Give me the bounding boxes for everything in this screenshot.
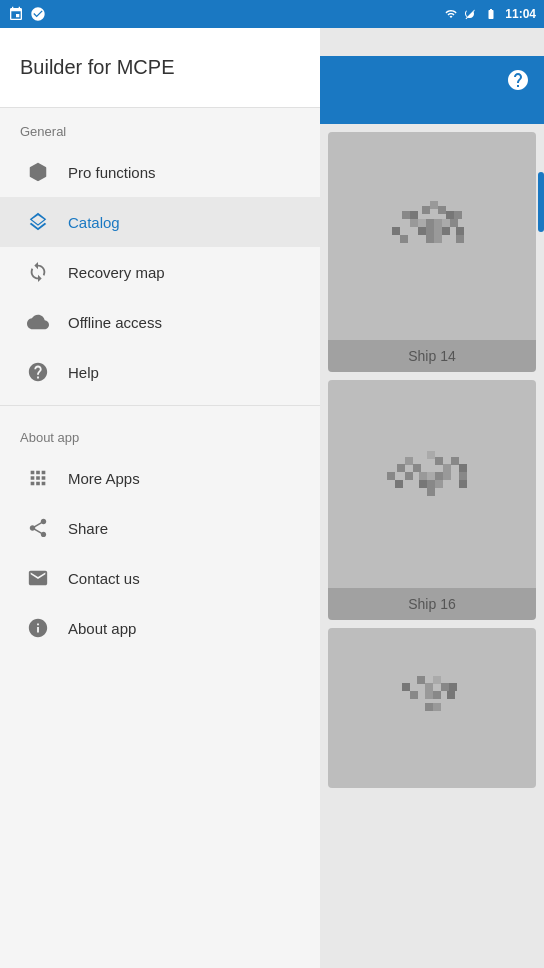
app-bar xyxy=(320,56,544,104)
ship-partial-image xyxy=(328,628,536,788)
ship-16-pixel-art xyxy=(372,439,492,529)
hexagon-icon xyxy=(20,161,56,183)
general-section-label: General xyxy=(0,108,320,147)
svg-rect-28 xyxy=(443,464,451,472)
svg-rect-51 xyxy=(425,691,433,699)
svg-rect-5 xyxy=(446,211,454,219)
ship-card-partial[interactable] xyxy=(328,628,536,788)
menu-item-contact-us[interactable]: Contact us xyxy=(0,553,320,603)
main-content: MODERN MODERN + VE xyxy=(320,28,544,968)
svg-rect-53 xyxy=(447,691,455,699)
svg-rect-15 xyxy=(434,227,442,235)
help-label: Help xyxy=(68,364,99,381)
wifi-icon xyxy=(443,8,459,20)
share-label: Share xyxy=(68,520,108,537)
svg-rect-34 xyxy=(435,472,443,480)
svg-rect-47 xyxy=(433,676,441,684)
svg-rect-14 xyxy=(426,227,434,235)
info-icon xyxy=(20,617,56,639)
drawer-header: Builder for MCPE xyxy=(0,28,320,108)
svg-rect-13 xyxy=(418,227,426,235)
ship-14-pixel-art xyxy=(372,191,492,281)
recovery-map-label: Recovery map xyxy=(68,264,165,281)
svg-rect-6 xyxy=(454,211,462,219)
svg-rect-1 xyxy=(410,211,418,219)
svg-rect-12 xyxy=(450,219,458,227)
status-bar-left xyxy=(8,6,46,22)
ship-16-image xyxy=(328,380,536,588)
svg-rect-35 xyxy=(443,472,451,480)
about-app-label: About app xyxy=(68,620,136,637)
svg-rect-42 xyxy=(459,472,467,480)
system-icon-2 xyxy=(30,6,46,22)
status-bar-right: 11:04 xyxy=(443,7,536,21)
drawer-content: General Pro functions Catalog xyxy=(0,108,320,968)
help-circle-icon xyxy=(20,361,56,383)
svg-rect-10 xyxy=(434,219,442,227)
ship-card-16[interactable]: Ship 16 xyxy=(328,380,536,620)
layers-icon xyxy=(20,211,56,233)
section-divider xyxy=(0,405,320,406)
drawer-title: Builder for MCPE xyxy=(20,56,175,79)
ship-16-label: Ship 16 xyxy=(328,588,536,620)
menu-item-pro-functions[interactable]: Pro functions xyxy=(0,147,320,197)
svg-rect-44 xyxy=(402,683,410,691)
menu-item-help[interactable]: Help xyxy=(0,347,320,397)
scroll-indicator xyxy=(538,172,544,232)
about-section-label: About app xyxy=(0,414,320,453)
svg-rect-45 xyxy=(417,676,425,684)
share-icon xyxy=(20,517,56,539)
menu-item-offline-access[interactable]: Offline access xyxy=(0,297,320,347)
svg-rect-52 xyxy=(433,691,441,699)
grid-icon xyxy=(20,467,56,489)
pro-functions-label: Pro functions xyxy=(68,164,156,181)
help-icon xyxy=(506,68,530,92)
svg-rect-27 xyxy=(435,457,443,465)
svg-rect-18 xyxy=(434,235,442,243)
ship-partial-pixel-art xyxy=(372,663,492,753)
status-bar: 11:04 xyxy=(0,0,544,28)
menu-item-about-app[interactable]: About app xyxy=(0,603,320,653)
svg-rect-37 xyxy=(427,480,435,488)
svg-rect-36 xyxy=(419,480,427,488)
svg-rect-25 xyxy=(413,464,421,472)
svg-rect-48 xyxy=(441,683,449,691)
svg-rect-0 xyxy=(402,211,410,219)
svg-rect-31 xyxy=(405,472,413,480)
cloud-icon xyxy=(20,311,56,333)
svg-rect-39 xyxy=(427,488,435,496)
contact-us-label: Contact us xyxy=(68,570,140,587)
more-apps-label: More Apps xyxy=(68,470,140,487)
svg-rect-9 xyxy=(426,219,434,227)
svg-rect-7 xyxy=(410,219,418,227)
svg-rect-2 xyxy=(422,206,430,214)
menu-item-catalog[interactable]: Catalog xyxy=(0,197,320,247)
help-button[interactable] xyxy=(500,62,536,98)
menu-item-recovery-map[interactable]: Recovery map xyxy=(0,247,320,297)
svg-rect-33 xyxy=(427,472,435,480)
svg-rect-50 xyxy=(410,691,418,699)
svg-rect-38 xyxy=(435,480,443,488)
svg-rect-20 xyxy=(400,235,408,243)
ship-card-14[interactable]: Ship 14 xyxy=(328,132,536,372)
email-icon xyxy=(20,567,56,589)
signal-icon xyxy=(463,8,477,20)
svg-rect-40 xyxy=(387,472,395,480)
svg-rect-41 xyxy=(395,480,403,488)
svg-rect-55 xyxy=(433,703,441,711)
svg-rect-32 xyxy=(419,472,427,480)
menu-item-share[interactable]: Share xyxy=(0,503,320,553)
catalog-label: Catalog xyxy=(68,214,120,231)
navigation-drawer: Builder for MCPE General Pro functions C… xyxy=(0,28,320,968)
svg-rect-29 xyxy=(451,457,459,465)
svg-rect-26 xyxy=(427,451,435,459)
ship-14-label: Ship 14 xyxy=(328,340,536,372)
battery-icon xyxy=(481,8,501,20)
svg-rect-17 xyxy=(426,235,434,243)
svg-rect-24 xyxy=(405,457,413,465)
system-icon-1 xyxy=(8,6,24,22)
svg-rect-4 xyxy=(438,206,446,214)
time-display: 11:04 xyxy=(505,7,536,21)
menu-item-more-apps[interactable]: More Apps xyxy=(0,453,320,503)
ship-14-image xyxy=(328,132,536,340)
